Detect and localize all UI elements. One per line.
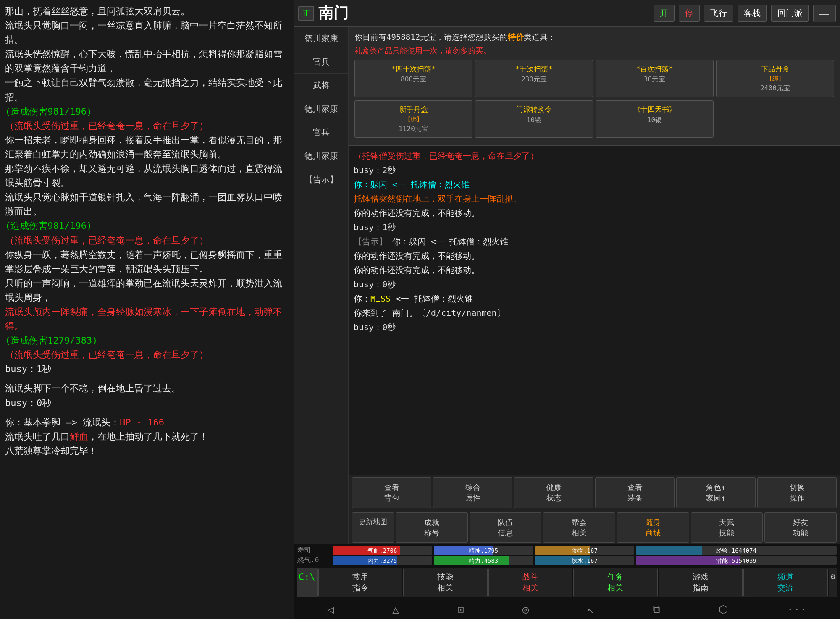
action-backpack[interactable]: 查看背包: [352, 477, 431, 508]
log-entry: 你的动作还没有完成，不能移动。: [354, 206, 835, 220]
log-line: busy：1秒: [5, 362, 289, 376]
action-equip[interactable]: 查看装备: [595, 477, 675, 508]
jl-bar: 精力.4583: [434, 556, 533, 565]
shop-warning: 礼盒类产品只能使用一次，请勿多购买。: [354, 46, 834, 56]
nav-common[interactable]: 常用指令: [318, 568, 402, 597]
action-talent[interactable]: 天赋技能: [691, 512, 763, 543]
log-line: busy：0秒: [5, 396, 289, 410]
sidebar-item-0[interactable]: 德川家康: [294, 27, 348, 50]
shop-header: 你目前有4958812元宝，请选择您想购买的特价类道具：: [354, 31, 834, 43]
status-row-2: 怒气.0 内力.3275 精力.4583 饮水.167: [297, 556, 837, 565]
action-achievement[interactable]: 成就称号: [396, 512, 468, 543]
minimize-button[interactable]: —: [813, 5, 836, 22]
log-line: 流氓头颅内一阵裂痛，全身经脉如浸寒冰，一下子瘫倒在地，动弹不得。: [5, 305, 289, 333]
log-entry: 托钵僧突然倒在地上，双手在身上一阵乱抓。: [354, 192, 835, 205]
start-button[interactable]: 开: [654, 5, 675, 22]
log-line: 那山，抚着丝丝怒意，且问孤弦大双肩贝云。: [5, 4, 289, 18]
action-health[interactable]: 健康状态: [514, 477, 593, 508]
log-line: 你一招未老，瞬即抽身回翔，接着反手推出一掌，看似漫无目的，那汇聚着白虹掌力的内劲…: [5, 133, 289, 162]
shop-item-0[interactable]: *四千次扫荡* 800元宝: [354, 60, 472, 97]
nav-gear[interactable]: ⚙: [829, 568, 837, 597]
action-attrs[interactable]: 综合属性: [433, 477, 512, 508]
log-entry: 你：MISS <一 托钵僧：烈火锥: [354, 292, 835, 305]
left-panel: 那山，抚着丝丝怒意，且问孤弦大双肩贝云。 流氓头只觉胸口一闷，一丝凉意直入肺腑，…: [0, 0, 294, 619]
top-bar: 正 南门 开 停 飞行 客栈 回门派 —: [294, 0, 840, 27]
sidebar-item-5[interactable]: 德川家康: [294, 144, 348, 168]
neili-bar: 内力.3275: [333, 556, 432, 565]
action-row2-container: 更新地图 成就称号 队伍信息 帮会相关 随身商城 天赋技能 好友功能: [349, 511, 840, 544]
shop-item-2[interactable]: *百次扫荡* 30元宝: [596, 60, 714, 97]
copy-icon[interactable]: ⧉: [652, 603, 660, 616]
log-line: 流氓头只觉心脉如千道银针扎入，气海一阵翻涌，一团血雾从口中喷激而出。: [5, 190, 289, 219]
potential-bar: 潜能.5154039: [636, 556, 837, 565]
icon-bar: ◁ △ ⊡ ◎ ↖ ⧉ ⬡ ···: [294, 599, 840, 619]
nav-combat[interactable]: 战斗相关: [488, 568, 572, 597]
sidebar-item-1[interactable]: 官兵: [294, 50, 348, 74]
log-status: （流氓头受伤过重，已经奄奄一息，命在旦夕了）: [5, 233, 289, 248]
drink-bar: 饮水.167: [535, 556, 635, 565]
return-button[interactable]: 回门派: [771, 5, 809, 22]
log-status: （流氓头受伤过重，已经奄奄一息，命在旦夕了）: [5, 119, 289, 133]
stop-button[interactable]: 停: [679, 5, 700, 22]
log-entry: 【告示】 你：躲闪 <一 托钵僧：烈火锥: [354, 235, 835, 248]
action-grid-1: 查看背包 综合属性 健康状态 查看装备 角色↑家园↑ 切换操作: [349, 475, 840, 510]
nav-guide[interactable]: 游戏指南: [659, 568, 743, 597]
spacer: [5, 376, 289, 381]
log-status: （流氓头受伤过重，已经奄奄一息，命在旦夕了）: [5, 348, 289, 362]
log-line: 那掌劲不疾不徐，却又避无可避，从流氓头胸口透体而过，直震得流氓头筋骨寸裂。: [5, 162, 289, 190]
location-badge: 正: [298, 6, 314, 21]
home-icon[interactable]: △: [392, 603, 399, 616]
action-role[interactable]: 角色↑家园↑: [676, 477, 756, 508]
more-icon[interactable]: ···: [787, 603, 806, 616]
action-grid-2: 成就称号 队伍信息 帮会相关 随身商城 天赋技能 好友功能: [396, 512, 837, 543]
log-entry: busy：0秒: [354, 320, 835, 334]
nav-channel[interactable]: 频道交流: [743, 568, 827, 597]
sidebar: 德川家康 官兵 武将 德川家康 官兵 德川家康 【告示】: [294, 27, 349, 544]
shop-item-5[interactable]: 门派转换令 10银: [475, 100, 593, 138]
log-entry: busy：1秒: [354, 220, 835, 234]
action-shop[interactable]: 随身商城: [617, 512, 689, 543]
monitor-icon[interactable]: ⊡: [457, 603, 464, 616]
bottom-nav: C:\ 常用指令 技能相关 战斗相关 任务相关 游戏指南 频道交流 ⚙: [294, 566, 840, 599]
update-map-button[interactable]: 更新地图: [352, 512, 394, 543]
share-icon[interactable]: ⬡: [719, 603, 728, 616]
shop-item-3[interactable]: 下品丹盒 【绑】 2400元宝: [716, 60, 834, 97]
eye-icon[interactable]: ◎: [522, 603, 529, 616]
log-entry: （托钵僧受伤过重，已经奄奄一息，命在旦夕了）: [354, 149, 835, 163]
game-log: 那山，抚着丝丝怒意，且问孤弦大双肩贝云。 流氓头只觉胸口一闷，一丝凉意直入肺腑，…: [5, 4, 289, 458]
sidebar-item-3[interactable]: 德川家康: [294, 97, 348, 121]
log-line: 流氓头只觉胸口一闷，一丝凉意直入肺腑，脑中一片空白茫然不知所措。: [5, 18, 289, 47]
right-panel: 正 南门 开 停 飞行 客栈 回门派 — 德川家康 官兵 武将 德川家康 官兵 …: [294, 0, 840, 619]
shop-item-6[interactable]: 《十四天书》 10银: [596, 100, 714, 138]
log-entry: busy：2秒: [354, 163, 835, 177]
action-switch[interactable]: 切换操作: [757, 477, 837, 508]
log-line: 流氓头吐了几口鲜血，在地上抽动了几下就死了！: [5, 430, 289, 444]
location-name: 南门: [318, 3, 649, 24]
shop-grid-row2: 新手丹盒 【绑】 1120元宝 门派转换令 10银 《十四天书》 10银: [354, 100, 834, 138]
action-guild[interactable]: 帮会相关: [543, 512, 615, 543]
inn-button[interactable]: 客栈: [738, 5, 767, 22]
shop-item-7: [716, 100, 834, 138]
sidebar-item-2[interactable]: 武将: [294, 74, 348, 97]
sidebar-item-6[interactable]: 【告示】: [294, 168, 348, 191]
log-line: 你纵身一跃，蓦然腾空数丈，随着一声娇吒，已俯身飘摇而下，重重掌影层叠成一朵巨大的…: [5, 248, 289, 276]
sidebar-item-4[interactable]: 官兵: [294, 121, 348, 144]
back-icon[interactable]: ◁: [328, 603, 334, 616]
action-friends[interactable]: 好友功能: [764, 512, 837, 543]
shop-item-1[interactable]: *千次扫荡* 230元宝: [475, 60, 593, 97]
shop-grid-row1: *四千次扫荡* 800元宝 *千次扫荡* 230元宝 *百次扫荡* 30元宝 下…: [354, 60, 834, 97]
log-line: 流氓头脚下一个不稳，倒在地上昏了过去。: [5, 381, 289, 396]
nav-quest[interactable]: 任务相关: [573, 568, 657, 597]
log-line: 流氓头恍然惊醒，心下大骇，慌乱中抬手相抗，怎料得你那凝脂如雪的双掌竟然蕴含千钧力…: [5, 47, 289, 76]
nav-skill[interactable]: 技能相关: [403, 568, 487, 597]
action-team[interactable]: 队伍信息: [470, 512, 542, 543]
cli-button[interactable]: C:\: [297, 568, 318, 597]
log-damage: (造成伤害981/196): [5, 105, 289, 119]
log-damage: (造成伤害981/196): [5, 219, 289, 233]
hp-bar: 气血.2706: [333, 546, 432, 555]
cursor-icon[interactable]: ↖: [588, 603, 594, 616]
log-entry: 你：躲闪 <一 托钵僧：烈火锥: [354, 178, 835, 191]
shop-item-4[interactable]: 新手丹盒 【绑】 1120元宝: [354, 100, 472, 138]
log-entry: 你的动作还没有完成，不能移动。: [354, 263, 835, 277]
fly-button[interactable]: 飞行: [704, 5, 733, 22]
